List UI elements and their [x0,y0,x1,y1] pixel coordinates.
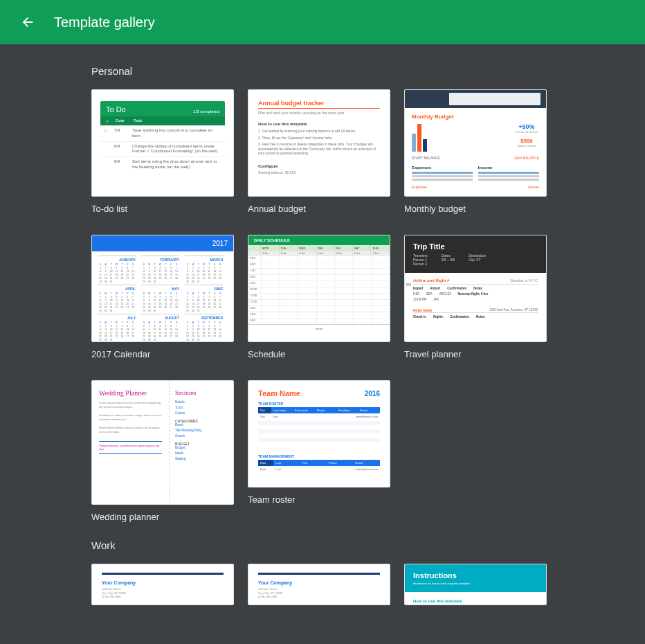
template-calendar[interactable]: 2017 JANUARYSMTWTFS123456789101112131415… [91,235,234,359]
thumbnail-calendar: 2017 JANUARYSMTWTFS123456789101112131415… [91,235,234,342]
schedule-title: DAILY SCHEDULE [248,235,390,245]
template-label: To-do list [91,204,234,214]
monthly-percent: +50% [516,123,538,130]
calendar-year: 2017 [92,235,233,251]
annual-title: Annual budget tracker [258,100,380,109]
thumbnail-todo: To Do 1/3 completed ✓ Date Task x7/9Type… [91,89,234,197]
template-schedule[interactable]: DAILY SCHEDULE MONTUEWEDTHUFRISATSUN 1-J… [248,235,390,359]
template-label: Annual budget [248,204,390,214]
template-monthly-budget[interactable]: Monthly Budget START BALANCE END BALANCE… [404,89,547,214]
content: Personal To Do 1/3 completed ✓ Date Task… [0,44,645,605]
app-header: Template gallery [0,0,645,44]
thumbnail-schedule: DAILY SCHEDULE MONTUEWEDTHUFRISATSUN 1-J… [248,235,390,342]
thumbnail-roster: Team Name 2016 TEAM ROSTER Pos Last name… [248,380,390,488]
thumbnail-monthly: Monthly Budget START BALANCE END BALANCE… [404,89,547,197]
template-todo[interactable]: To Do 1/3 completed ✓ Date Task x7/9Type… [91,89,234,214]
grid-work: Your Company 123 Your Street Your City, … [91,564,645,605]
thumbnail-invoice: Your Company 123 Your Street Your City, … [91,564,234,605]
template-label: Team roster [248,494,390,505]
roster-year: 2016 [365,390,380,397]
thumbnail-annual: Annual budget tracker Plan and track you… [248,89,390,197]
template-invoice[interactable]: Your Company 123 Your Street Your City, … [91,564,234,605]
thumbnail-wedding: Wedding Planner Lorem ipsum dolor sit am… [91,380,234,505]
template-travel[interactable]: Trip Title TravelersPerson 1Person 2 Dat… [404,235,547,359]
wedding-title: Wedding Planner [99,389,162,397]
wedding-sections: Sections [175,389,228,396]
todo-progress: 1/3 completed [193,109,219,114]
template-wedding[interactable]: Wedding Planner Lorem ipsum dolor sit am… [91,380,234,505]
back-button[interactable] [14,8,42,36]
template-roster[interactable]: Team Name 2016 TEAM ROSTER Pos Last name… [248,380,390,505]
template-annual-budget[interactable]: Annual budget tracker Plan and track you… [248,89,390,214]
annual-configure: Configure [258,164,380,168]
template-label: Monthly budget [404,204,547,214]
annual-howto: How to use this template [258,122,380,126]
monthly-title: Monthly Budget [412,114,539,120]
thumbnail-instructions: Instructions Information on how to start… [404,564,547,605]
template-timesheet[interactable]: Your Company 123 Your Street Your City, … [248,564,390,605]
annual-subtitle: Plan and track your monthly spending for… [258,111,380,115]
template-label: 2017 Calendar [91,349,234,359]
todo-title: To Do [106,105,126,114]
section-label-personal: Personal [91,65,645,77]
thumbnail-travel: Trip Title TravelersPerson 1Person 2 Dat… [404,235,547,342]
trip-title: Trip Title [413,242,538,251]
todo-col-check: ✓ [106,118,116,123]
monthly-amount: $500 [516,138,538,144]
grid-personal: To Do 1/3 completed ✓ Date Task x7/9Type… [91,89,645,505]
todo-col-task: Task [134,118,142,123]
todo-col-date: Date [116,118,134,123]
section-label-work: Work [91,539,645,551]
template-label: Schedule [248,349,390,359]
template-label: Travel planner [404,349,547,359]
page-title: Template gallery [54,15,155,30]
thumbnail-timesheet: Your Company 123 Your Street Your City, … [248,564,390,605]
arrow-back-icon [20,15,35,30]
roster-team: Team Name [258,389,300,397]
template-label: Wedding planner [91,512,234,522]
template-instructions[interactable]: Instructions Information on how to start… [404,564,547,605]
